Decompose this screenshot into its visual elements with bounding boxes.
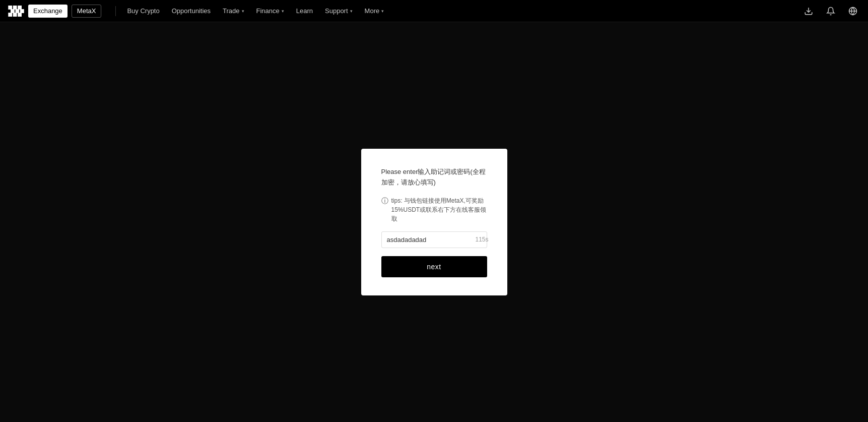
support-chevron-icon: ▾: [350, 9, 353, 14]
svg-rect-7: [20, 9, 24, 13]
tips-row: ⓘ tips: 与钱包链接使用MetaX,可奖励15%USDT或联系右下方在线客…: [381, 196, 487, 223]
navbar: Exchange MetaX Buy Crypto Opportunities …: [0, 0, 868, 22]
finance-chevron-icon: ▾: [282, 9, 284, 14]
nav-item-trade-label: Trade: [223, 7, 239, 15]
bell-icon: [826, 7, 835, 16]
svg-rect-2: [11, 9, 15, 13]
mnemonic-input[interactable]: [387, 236, 472, 244]
nav-item-support-label: Support: [325, 7, 348, 15]
okx-logo-icon: [8, 3, 24, 19]
modal-card: Please enter输入助记词或密码(全程加密，请放心填写) ⓘ tips:…: [361, 149, 507, 295]
next-button[interactable]: next: [381, 256, 487, 277]
svg-rect-0: [8, 6, 12, 10]
info-icon: ⓘ: [381, 197, 388, 206]
nav-item-more-label: More: [365, 7, 380, 15]
svg-rect-3: [15, 9, 19, 13]
nav-item-more[interactable]: More ▾: [360, 0, 389, 22]
logo-area: Exchange MetaX: [8, 3, 101, 19]
svg-rect-1: [13, 6, 17, 10]
nav-item-finance[interactable]: Finance ▾: [251, 0, 289, 22]
nav-item-support[interactable]: Support ▾: [320, 0, 358, 22]
nav-item-buy-crypto[interactable]: Buy Crypto: [122, 0, 164, 22]
metax-button[interactable]: MetaX: [72, 5, 102, 18]
input-row: 115s: [381, 231, 487, 248]
more-chevron-icon: ▾: [381, 9, 384, 14]
download-icon-button[interactable]: [802, 4, 816, 18]
nav-item-opportunities[interactable]: Opportunities: [167, 0, 216, 22]
exchange-button[interactable]: Exchange: [28, 5, 68, 18]
nav-divider: [115, 6, 116, 16]
timer-display: 115s: [476, 236, 489, 243]
nav-item-learn[interactable]: Learn: [291, 0, 318, 22]
tips-text: tips: 与钱包链接使用MetaX,可奖励15%USDT或联系右下方在线客服领…: [391, 196, 487, 223]
svg-rect-4: [8, 13, 12, 17]
modal-title: Please enter输入助记词或密码(全程加密，请放心填写): [381, 167, 487, 188]
nav-item-finance-label: Finance: [256, 7, 280, 15]
notification-icon-button[interactable]: [824, 4, 838, 18]
nav-right: [802, 4, 860, 18]
globe-icon: [848, 7, 857, 16]
globe-icon-button[interactable]: [846, 4, 860, 18]
svg-rect-8: [18, 13, 22, 17]
main-content: Please enter输入助记词或密码(全程加密，请放心填写) ⓘ tips:…: [0, 22, 868, 422]
nav-links: Buy Crypto Opportunities Trade ▾ Finance…: [122, 0, 802, 22]
nav-item-trade[interactable]: Trade ▾: [218, 0, 249, 22]
svg-rect-6: [18, 6, 22, 10]
okx-logo-svg: [8, 6, 24, 17]
svg-rect-5: [13, 13, 17, 17]
download-icon: [804, 7, 813, 16]
trade-chevron-icon: ▾: [242, 9, 244, 14]
